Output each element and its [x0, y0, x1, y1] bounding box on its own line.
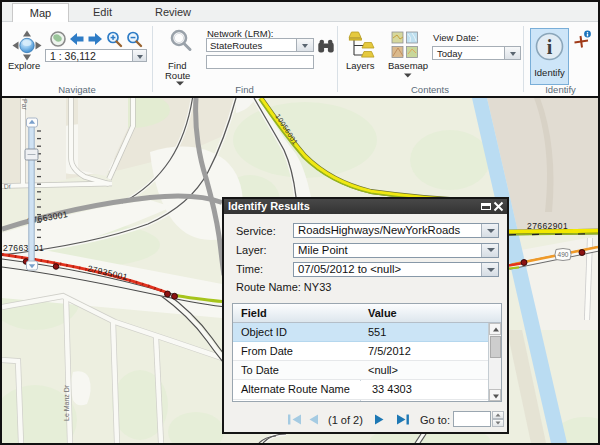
svg-text:27662901: 27662901: [527, 221, 568, 231]
svg-text:Dr: Dr: [3, 182, 12, 190]
svg-text:Le Manz Dr: Le Manz Dr: [63, 384, 70, 421]
svg-text:490: 490: [558, 251, 569, 258]
svg-text:27663101: 27663101: [3, 243, 44, 253]
svg-text:Par: Par: [21, 99, 28, 111]
